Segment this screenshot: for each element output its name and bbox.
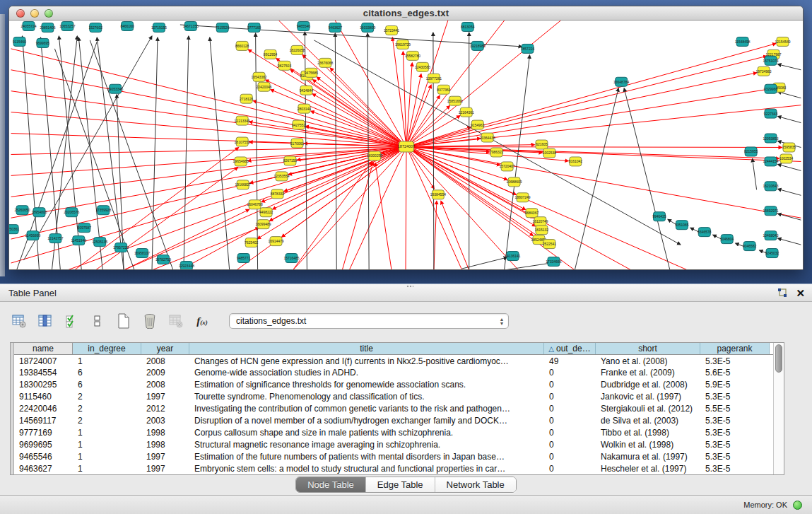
- tab-network-table[interactable]: Network Table: [435, 477, 516, 492]
- graph-edge[interactable]: [210, 37, 230, 270]
- cell-year[interactable]: 2008: [141, 355, 189, 367]
- graph-node[interactable]: 11548498: [735, 37, 751, 46]
- graph-node[interactable]: 8813054: [461, 22, 475, 31]
- cell-in_degree[interactable]: 1: [73, 450, 141, 462]
- network-window-titlebar[interactable]: citations_edges.txt: [9, 6, 803, 21]
- graph-edge[interactable]: [433, 33, 434, 270]
- cell-title[interactable]: Genome-wide association studies in ADHD.: [189, 367, 544, 379]
- table-row[interactable]: 1872400712008Changes of HCN gene express…: [14, 355, 773, 367]
- cell-out_degree[interactable]: 0: [544, 379, 596, 391]
- graph-node-selected[interactable]: 19384554: [430, 190, 446, 199]
- column-header-out_degree[interactable]: △out_de…: [544, 343, 596, 354]
- graph-node-selected[interactable]: 16543382: [252, 72, 267, 81]
- table-row[interactable]: 1456911722003Disruption of a novel membe…: [14, 415, 773, 427]
- graph-edge[interactable]: [505, 263, 551, 270]
- graph-edge[interactable]: [406, 21, 505, 146]
- cell-in_degree[interactable]: 1: [73, 462, 141, 474]
- cell-year[interactable]: 1997: [141, 391, 189, 403]
- graph-edge[interactable]: [624, 88, 670, 270]
- cell-short[interactable]: de Silva et al. (2003): [596, 415, 700, 427]
- graph-node-selected[interactable]: 2803144: [298, 104, 312, 113]
- cell-out_degree[interactable]: 0: [544, 450, 596, 462]
- graph-node[interactable]: 9046582: [743, 242, 757, 251]
- graph-node[interactable]: 16958107: [134, 249, 150, 258]
- graph-node[interactable]: 10653257: [59, 21, 75, 30]
- cell-name[interactable]: 9465546: [14, 450, 73, 462]
- graph-node-selected[interactable]: 8878332: [271, 189, 285, 199]
- cell-pagerank[interactable]: 5.6E-5: [700, 367, 770, 379]
- graph-node-selected[interactable]: 12154549: [775, 37, 790, 46]
- graph-node-selected[interactable]: 16120749: [532, 217, 548, 226]
- graph-node[interactable]: 12923448: [179, 262, 194, 270]
- graph-node[interactable]: 1046804: [720, 235, 734, 244]
- graph-node-selected[interactable]: 18724007: [398, 141, 415, 152]
- graph-node-selected[interactable]: 18107552: [235, 137, 250, 146]
- graph-edge[interactable]: [11, 146, 406, 263]
- graph-node-selected[interactable]: 16046788: [247, 200, 263, 209]
- graph-node-selected[interactable]: 1615132: [535, 226, 549, 235]
- table-row[interactable]: 1938455462009Genome-wide association stu…: [14, 367, 773, 379]
- cell-title[interactable]: Disruption of a novel member of a sodium…: [189, 415, 544, 427]
- select-all-columns-button[interactable]: [64, 313, 79, 329]
- cell-out_degree[interactable]: 0: [544, 462, 596, 474]
- cell-title[interactable]: Estimation of significance thresholds fo…: [189, 379, 544, 391]
- graph-node[interactable]: 9699695: [36, 38, 50, 47]
- graph-edge[interactable]: [778, 117, 801, 123]
- graph-node[interactable]: 1527602: [89, 23, 103, 32]
- graph-node-selected[interactable]: 15851663: [447, 96, 463, 105]
- graph-node[interactable]: 10468043: [763, 231, 778, 240]
- graph-node-selected[interactable]: 9424844: [300, 86, 314, 95]
- graph-node-selected[interactable]: 8660128: [235, 41, 249, 50]
- cell-title[interactable]: Tourette syndrome. Phenomenology and cla…: [189, 391, 544, 403]
- graph-edge[interactable]: [375, 163, 392, 270]
- graph-node-selected[interactable]: 18226058: [289, 45, 305, 54]
- graph-edge[interactable]: [778, 92, 801, 98]
- close-window-button[interactable]: [16, 9, 25, 18]
- tab-node-table[interactable]: Node Table: [296, 477, 366, 492]
- graph-edge[interactable]: [406, 44, 776, 147]
- graph-node[interactable]: 9463627: [329, 23, 343, 32]
- graph-node[interactable]: 9465546: [297, 21, 311, 30]
- graph-node-selected[interactable]: 13977261: [426, 74, 442, 83]
- cell-short[interactable]: Nakamura et al. (1997): [596, 450, 700, 462]
- cell-year[interactable]: 1997: [141, 462, 189, 474]
- graph-node[interactable]: 9351065: [675, 221, 689, 230]
- graph-node[interactable]: 15716485: [283, 254, 299, 263]
- cell-short[interactable]: Stergiakouli et al. (2012): [596, 403, 700, 415]
- graph-node-selected[interactable]: 7625402: [245, 238, 259, 247]
- network-window[interactable]: citations_edges.txt: [8, 6, 804, 270]
- cell-in_degree[interactable]: 1: [73, 438, 141, 450]
- graph-node[interactable]: 8466160: [120, 21, 134, 30]
- cell-year[interactable]: 2003: [141, 415, 189, 427]
- graph-node-selected[interactable]: 12213349: [235, 116, 250, 125]
- cell-pagerank[interactable]: 5.3E-5: [700, 415, 770, 427]
- cell-short[interactable]: Yano et al. (2008): [596, 355, 700, 367]
- cell-pagerank[interactable]: 5.9E-5: [700, 379, 770, 391]
- cell-year[interactable]: 2009: [141, 367, 189, 379]
- table-row[interactable]: 977716911998Corpus callosum shape and si…: [14, 426, 773, 438]
- graph-node[interactable]: 19218986: [470, 41, 486, 50]
- graph-edge[interactable]: [293, 161, 372, 270]
- table-row[interactable]: 911546021997Tourette syndrome. Phenomeno…: [14, 391, 773, 403]
- graph-node[interactable]: 18954808: [31, 208, 47, 217]
- cell-year[interactable]: 1998: [141, 426, 189, 438]
- cell-in_degree[interactable]: 6: [73, 367, 141, 379]
- cell-in_degree[interactable]: 2: [73, 403, 141, 415]
- graph-node-selected[interactable]: 4498222: [259, 208, 273, 217]
- graph-node[interactable]: 9329966: [764, 84, 778, 93]
- graph-node-selected[interactable]: 8161042: [569, 157, 583, 166]
- graph-node-selected[interactable]: 18300295: [367, 151, 382, 160]
- cell-pagerank[interactable]: 5.3E-5: [700, 355, 770, 367]
- graph-edge[interactable]: [778, 214, 801, 220]
- cell-short[interactable]: Wolkin et al. (1998): [596, 438, 700, 450]
- cell-out_degree[interactable]: 0: [544, 403, 596, 415]
- graph-edge[interactable]: [90, 40, 173, 270]
- graph-node-selected[interactable]: 23676068: [317, 58, 333, 67]
- float-panel-button[interactable]: [777, 288, 787, 298]
- graph-node[interactable]: 17334666: [546, 257, 561, 267]
- graph-edge[interactable]: [152, 37, 158, 270]
- graph-node-selected[interactable]: 19654985: [233, 157, 249, 166]
- graph-node-selected[interactable]: 19166827: [235, 180, 251, 189]
- graph-node[interactable]: 17957223: [113, 243, 129, 252]
- graph-node[interactable]: 25260650: [14, 206, 30, 215]
